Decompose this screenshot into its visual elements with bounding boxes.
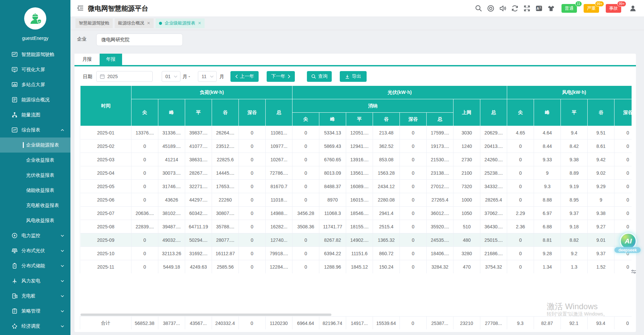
topbar-icons: A文普通11严重99+事故99+ — [470, 0, 637, 16]
chevron-down-icon — [60, 248, 64, 253]
table-row[interactable]: 2025-04030073....28267....14445....07278… — [80, 166, 632, 180]
close-icon[interactable]: ✕ — [198, 21, 201, 25]
sidebar-item[interactable]: 综合报表 — [0, 122, 70, 137]
chevron-down-icon — [60, 279, 64, 283]
solar-icon — [12, 248, 17, 254]
tab-monthly[interactable]: 月报 — [74, 54, 100, 65]
topbar: 微电网智慧能源平台 A文普通11严重99+事故99+ — [70, 0, 644, 16]
table-row[interactable]: 2025-0822839....39487....64711.1935788..… — [80, 220, 632, 233]
table-row[interactable]: 2025-09049032....50294....28077....01274… — [80, 233, 632, 247]
sidebar-subitem[interactable]: 企业收益报表 — [0, 153, 70, 168]
sidebar-item[interactable]: 可视化大屏 — [0, 62, 70, 77]
battery-icon — [12, 263, 17, 269]
refresh-icon[interactable] — [511, 5, 519, 12]
query-button[interactable]: 查询 — [307, 71, 332, 82]
sidebar-item[interactable]: 多站点大屏 — [0, 77, 70, 92]
worker-icon — [28, 11, 43, 26]
nav-tab[interactable]: 智慧能源驾驶舱 — [75, 18, 113, 28]
tab-underline — [74, 65, 636, 66]
alarm-badge[interactable]: 普通11 — [561, 4, 577, 13]
sidebar-item[interactable]: 风力发电 — [0, 273, 70, 288]
avatar[interactable] — [24, 7, 46, 30]
multi-site-icon — [12, 82, 17, 88]
export-button[interactable]: 导出 — [340, 71, 367, 82]
sidebar-subitem[interactable]: 企业级能源报表 — [0, 137, 70, 153]
sidebar-subitem[interactable]: 光伏收益报表 — [0, 168, 70, 183]
user-icon[interactable] — [629, 5, 637, 12]
summary-total-row: 合计56852.3838737...43567...240332.4011202… — [80, 317, 632, 330]
sidebar-subitem[interactable]: 风电收益报表 — [0, 213, 70, 228]
month-from-select[interactable]: 01 — [162, 71, 180, 82]
report-table: 时间负荷(kW·h)光伏(kW·h)风电(kW·h)尖峰平谷深谷总消纳上网总尖峰… — [80, 86, 632, 273]
month-unit: 月 — [219, 71, 224, 82]
flow-icon — [12, 112, 17, 118]
table-row[interactable]: 2025-10032113.2631692....16112.87079918.… — [80, 247, 632, 260]
menu-fold-icon[interactable] — [77, 5, 84, 11]
sidebar-nav: 智慧能源驾驶舱可视化大屏多站点大屏能源综合概况能量流图综合报表企业级能源报表企业… — [0, 47, 70, 334]
windows-watermark-title: 激活 Windows — [547, 301, 598, 312]
prev-year-button[interactable]: 上一年 — [230, 71, 259, 82]
svg-text:文: 文 — [539, 6, 542, 9]
nav-tabstrip: 智慧能源驾驶舱能源综合概况✕企业级能源报表✕ — [70, 16, 644, 30]
sidebar: guestEnergy 智慧能源驾驶舱可视化大屏多站点大屏能源综合概况能量流图综… — [0, 0, 70, 335]
chevron-down-icon — [210, 75, 214, 78]
economy-icon — [12, 323, 17, 329]
horizontal-scrollbar[interactable] — [80, 314, 331, 316]
date-label: 日期 — [83, 71, 92, 82]
badge-count: 99+ — [617, 1, 626, 7]
wind-icon — [12, 278, 17, 284]
chevron-left-icon — [235, 74, 238, 78]
nav-tab[interactable]: 能源综合概况✕ — [115, 18, 154, 28]
next-year-button[interactable]: 下一年 — [267, 71, 295, 82]
year-input[interactable]: 2025 — [96, 71, 153, 82]
search-icon[interactable] — [475, 5, 482, 12]
table-row[interactable]: 2025-02045189....41077....23512....01097… — [80, 139, 632, 153]
table-row[interactable]: 2025-0604362644297....22260011018...0897… — [80, 193, 632, 207]
translate-icon[interactable]: A文 — [535, 5, 543, 12]
windows-watermark-sub: 转到“设置”以激活 Windows。 — [547, 311, 608, 317]
sidebar-subitem[interactable]: 储能收益报表 — [0, 183, 70, 198]
download-icon — [345, 74, 350, 79]
service-icon[interactable] — [487, 5, 494, 12]
table-row[interactable]: 2025-0720636....38102....60342....30807.… — [80, 207, 632, 220]
close-icon[interactable]: ✕ — [147, 21, 150, 25]
svg-text:A: A — [537, 6, 539, 10]
sidebar-item[interactable]: 充电桩 — [0, 288, 70, 303]
sidebar-item[interactable]: 能量流图 — [0, 107, 70, 122]
month-to-select[interactable]: 11 — [198, 71, 217, 82]
power-icon — [12, 233, 17, 238]
sidebar-item[interactable]: 策略管理 — [0, 303, 70, 319]
enterprise-input[interactable]: 微电网研究院 — [96, 34, 183, 46]
badge-count: 11 — [575, 1, 582, 7]
enterprise-label: 企业 — [77, 36, 87, 42]
table-row[interactable]: 2025-05031746....32271....17653....08167… — [80, 180, 632, 193]
table-row[interactable]: 2025-0113376....31336....39837....26264.… — [80, 126, 632, 139]
fullscreen-icon[interactable] — [523, 5, 531, 12]
sound-icon[interactable] — [499, 5, 506, 12]
tab-yearly[interactable]: 年报 — [100, 54, 122, 65]
chevron-down-icon — [60, 294, 64, 298]
chevron-down-icon — [60, 264, 64, 268]
sidebar-item[interactable]: 经济调度 — [0, 319, 70, 334]
sidebar-item[interactable]: 能源综合概况 — [0, 92, 70, 107]
table-row[interactable]: 2025-0304121438631....22825.6010267...06… — [80, 153, 632, 166]
chevron-down-icon — [60, 324, 64, 328]
monitor-icon — [12, 67, 17, 72]
overview-icon — [12, 97, 17, 103]
alarm-badge[interactable]: 事故99+ — [606, 4, 621, 13]
sidebar-subitem[interactable]: 充电桩收益报表 — [0, 198, 70, 213]
search-icon — [311, 74, 316, 79]
sidebar-item[interactable]: 分布式光伏 — [0, 243, 70, 258]
sidebar-item[interactable]: 智慧能源驾驶舱 — [0, 47, 70, 62]
dashboard-icon — [12, 52, 17, 57]
chevron-right-icon — [288, 74, 290, 78]
deepseek-brand-label[interactable]: deepseek — [614, 247, 641, 253]
column-settings-icon[interactable] — [631, 269, 637, 275]
active-dot — [159, 22, 162, 25]
theme-icon[interactable] — [547, 5, 555, 12]
sidebar-item[interactable]: 电力监控 — [0, 228, 70, 243]
table-row[interactable]: 2025-1105449.184249.632585.56012284....0… — [80, 260, 632, 274]
sidebar-item[interactable]: 分布式储能 — [0, 258, 70, 273]
alarm-badge[interactable]: 严重99+ — [584, 4, 599, 13]
nav-tab[interactable]: 企业级能源报表✕ — [156, 18, 205, 28]
